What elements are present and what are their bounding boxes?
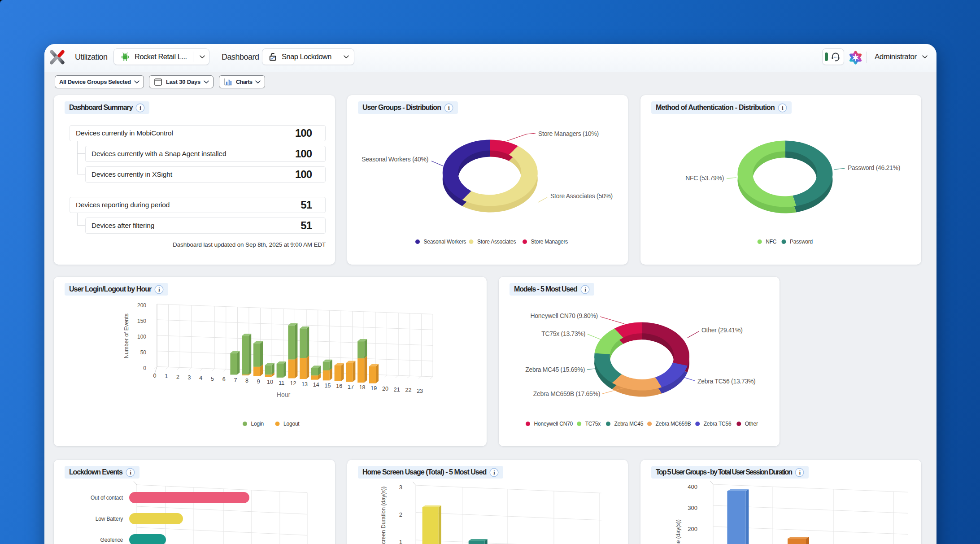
svg-text:Password (46.21%): Password (46.21%) <box>848 164 900 171</box>
svg-text:Zebra MC659B (17.65%): Zebra MC659B (17.65%) <box>533 390 600 397</box>
svg-text:Zebra TC56 (13.73%): Zebra TC56 (13.73%) <box>697 378 755 385</box>
svg-text:Store Managers: Store Managers <box>531 239 568 245</box>
svg-text:100: 100 <box>137 334 146 340</box>
svg-text:Honeywell CN70 (9.80%): Honeywell CN70 (9.80%) <box>530 312 598 319</box>
svg-text:1: 1 <box>399 539 402 544</box>
svg-text:8: 8 <box>245 378 248 384</box>
svg-text:16: 16 <box>336 383 342 389</box>
svg-text:11: 11 <box>279 380 284 386</box>
svg-text:Low Battery: Low Battery <box>96 516 123 522</box>
svg-text:Zebra MC659B: Zebra MC659B <box>656 421 691 427</box>
svg-text:Store Managers (10%): Store Managers (10%) <box>538 130 599 137</box>
svg-text:9: 9 <box>257 379 260 385</box>
svg-text:0: 0 <box>143 365 146 371</box>
svg-text:3: 3 <box>399 484 402 491</box>
svg-text:NFC: NFC <box>766 239 777 245</box>
svg-text:Zebra TC56: Zebra TC56 <box>704 421 732 427</box>
svg-text:12: 12 <box>290 380 296 387</box>
svg-text:Screen Duration (day(s)): Screen Duration (day(s)) <box>380 487 387 544</box>
svg-text:300: 300 <box>688 505 697 511</box>
svg-text:1: 1 <box>165 373 168 379</box>
svg-text:Store Associates (50%): Store Associates (50%) <box>550 192 613 200</box>
svg-text:0: 0 <box>153 373 157 379</box>
svg-text:Geofence: Geofence <box>100 537 123 543</box>
svg-text:20: 20 <box>382 386 388 392</box>
svg-text:Number of Events: Number of Events <box>123 313 130 358</box>
svg-text:TC75x (13.73%): TC75x (13.73%) <box>541 330 585 337</box>
svg-text:21: 21 <box>394 387 400 393</box>
svg-text:200: 200 <box>688 526 697 532</box>
svg-text:18: 18 <box>359 384 366 391</box>
svg-text:Logout: Logout <box>283 421 300 427</box>
svg-text:Password: Password <box>790 239 813 245</box>
svg-text:4: 4 <box>199 375 202 381</box>
svg-text:Login: Login <box>251 421 264 427</box>
svg-text:15: 15 <box>325 383 331 389</box>
svg-text:TC75x: TC75x <box>585 421 601 427</box>
svg-text:2: 2 <box>399 511 402 518</box>
svg-text:3: 3 <box>188 374 191 381</box>
svg-text:13: 13 <box>301 381 308 387</box>
svg-text:Time (day(s)): Time (day(s)) <box>675 519 681 544</box>
svg-text:Seasonal Workers: Seasonal Workers <box>424 239 466 245</box>
svg-text:7: 7 <box>234 377 237 383</box>
svg-text:400: 400 <box>688 483 697 490</box>
svg-text:Hour: Hour <box>277 391 291 398</box>
svg-text:50: 50 <box>140 349 147 356</box>
svg-text:5: 5 <box>211 376 214 382</box>
svg-text:Other: Other <box>745 421 758 427</box>
svg-text:2: 2 <box>176 374 179 380</box>
svg-text:Store Associates: Store Associates <box>477 239 516 245</box>
svg-text:19: 19 <box>370 385 377 392</box>
svg-text:17: 17 <box>348 384 354 390</box>
svg-text:Honeywell CN70: Honeywell CN70 <box>534 421 573 427</box>
svg-text:Out of contact: Out of contact <box>91 495 123 501</box>
svg-text:14: 14 <box>313 382 319 388</box>
svg-text:Seasonal Workers (40%): Seasonal Workers (40%) <box>362 156 428 163</box>
svg-text:6: 6 <box>222 376 226 383</box>
svg-text:Other (29.41%): Other (29.41%) <box>701 326 743 334</box>
svg-text:200: 200 <box>137 302 146 309</box>
svg-text:22: 22 <box>405 387 411 393</box>
svg-text:23: 23 <box>417 388 423 394</box>
svg-text:10: 10 <box>267 379 273 385</box>
svg-text:150: 150 <box>137 318 146 324</box>
svg-text:NFC (53.79%): NFC (53.79%) <box>685 174 724 182</box>
svg-text:Zebra MC45 (15.69%): Zebra MC45 (15.69%) <box>525 366 585 373</box>
svg-text:Zebra MC45: Zebra MC45 <box>614 421 644 427</box>
